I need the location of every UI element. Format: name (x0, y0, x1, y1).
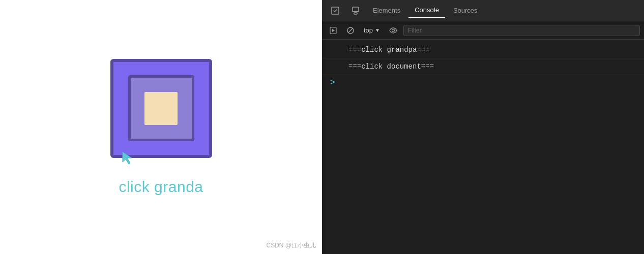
run-button[interactable] (326, 23, 340, 38)
svg-marker-6 (332, 29, 335, 32)
prompt-arrow-icon: > (330, 78, 335, 87)
clear-button[interactable] (343, 23, 358, 38)
svg-line-8 (348, 28, 353, 33)
tab-console[interactable]: Console (408, 3, 445, 18)
console-toolbar: top ▼ (322, 21, 644, 40)
tab-sources[interactable]: Sources (447, 4, 484, 17)
inspector-icon[interactable] (326, 2, 344, 20)
svg-rect-2 (353, 7, 359, 12)
console-output: ===click grandpa=== ===click document===… (322, 40, 644, 254)
console-line-1: ===click grandpa=== (322, 42, 644, 58)
svg-rect-3 (354, 13, 357, 14)
context-label: top (364, 26, 373, 34)
tab-elements[interactable]: Elements (367, 4, 406, 17)
devtools-tab-bar: Elements Console Sources (322, 0, 644, 21)
svg-point-9 (392, 29, 394, 31)
left-panel: click granda CSDN @江小虫儿 (0, 0, 322, 254)
cursor-icon (122, 151, 138, 167)
svg-marker-0 (123, 152, 132, 164)
device-icon[interactable] (346, 2, 365, 20)
demo-container: click granda (110, 59, 212, 196)
watermark: CSDN @江小虫儿 (266, 241, 316, 250)
console-line-2: ===click document=== (322, 58, 644, 75)
context-dropdown[interactable]: top ▼ (361, 25, 383, 35)
dropdown-arrow-icon: ▼ (375, 27, 380, 33)
parent-box[interactable] (128, 75, 194, 141)
child-box[interactable] (144, 92, 178, 125)
devtools-panel: Elements Console Sources top ▼ (322, 0, 644, 254)
eye-button[interactable] (386, 23, 400, 38)
console-prompt[interactable]: > (322, 75, 644, 90)
click-label: click granda (119, 178, 203, 196)
grandpa-box[interactable] (110, 59, 212, 158)
filter-input[interactable] (403, 25, 640, 36)
